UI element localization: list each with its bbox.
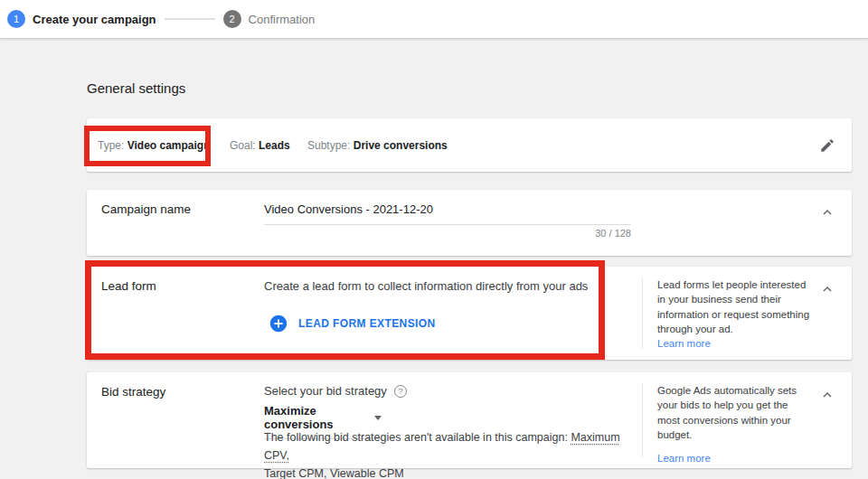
step-2-label: Confirmation xyxy=(249,13,316,26)
step-1-label: Create your campaign xyxy=(33,13,156,26)
goal-label: Goal: xyxy=(230,139,256,152)
step-create-campaign[interactable]: 1 Create your campaign xyxy=(7,10,156,28)
campaign-subtype: Subtype: Drive conversions xyxy=(307,139,448,152)
type-value: Video campaign xyxy=(127,139,211,152)
unavailable-term-viewable-cpm: Viewable CPM xyxy=(330,467,404,479)
bid-strategy-note: The following bid strategies aren't avai… xyxy=(264,428,644,479)
campaign-name-label: Campaign name xyxy=(101,202,191,216)
subtype-label: Subtype: xyxy=(307,139,350,152)
lead-form-label: Lead form xyxy=(101,279,156,293)
help-divider xyxy=(642,277,643,349)
collapse-campaign-name-button[interactable] xyxy=(816,201,839,224)
campaign-goal: Goal: Leads xyxy=(230,139,290,152)
bid-strategy-selected-value: Maximize conversions xyxy=(264,404,367,431)
dropdown-arrow-icon xyxy=(374,416,382,420)
stepper: 1 Create your campaign 2 Confirmation xyxy=(0,0,868,38)
chevron-up-icon xyxy=(819,204,835,221)
campaign-type: Type: Video campaign xyxy=(98,139,211,152)
note-prefix: The following bid strategies aren't avai… xyxy=(264,431,568,444)
bid-strategy-label: Bid strategy xyxy=(101,385,165,399)
pencil-icon xyxy=(819,137,835,154)
page-title: General settings xyxy=(87,80,185,96)
step-2-circle: 2 xyxy=(223,10,241,28)
lead-form-card: Lead form Create a lead form to collect … xyxy=(87,267,852,360)
collapse-lead-form-button[interactable] xyxy=(816,277,839,301)
lead-form-help-panel: Lead forms let people interested in your… xyxy=(657,277,813,352)
bid-strategy-learn-more-link[interactable]: Learn more xyxy=(657,451,711,465)
chevron-up-icon xyxy=(819,387,835,403)
bid-strategy-note-line-1: The following bid strategies aren't avai… xyxy=(264,428,644,465)
lead-form-extension-label: LEAD FORM EXTENSION xyxy=(298,317,436,330)
chevron-up-icon xyxy=(819,281,835,297)
campaign-name-input[interactable]: Video Conversions - 2021-12-20 xyxy=(264,202,631,225)
bid-strategy-help-text: Google Ads automatically sets your bids … xyxy=(657,385,797,440)
campaign-name-card: Campaign name Video Conversions - 2021-1… xyxy=(87,190,852,256)
campaign-name-value[interactable]: Video Conversions - 2021-12-20 xyxy=(264,202,631,225)
step-confirmation[interactable]: 2 Confirmation xyxy=(223,10,316,28)
bid-strategy-learn-more-row: Learn more xyxy=(657,451,813,465)
campaign-setup-screen: 1 Create your campaign 2 Confirmation Ge… xyxy=(0,0,868,479)
select-your-bid-strategy-text: Select your bid strategy xyxy=(264,384,387,398)
add-circle-icon xyxy=(269,314,288,333)
lead-form-learn-more-link[interactable]: Learn more xyxy=(657,336,711,351)
lead-form-help-text: Lead forms let people interested in your… xyxy=(657,279,809,334)
step-connector-line xyxy=(165,18,215,20)
bid-strategy-help-panel: Google Ads automatically sets your bids … xyxy=(657,383,813,466)
edit-button[interactable] xyxy=(816,134,839,157)
help-divider xyxy=(642,383,643,457)
bid-strategy-note-line-2: Target CPM, Viewable CPM xyxy=(264,465,644,479)
lead-form-description: Create a lead form to collect informatio… xyxy=(264,279,588,293)
lead-form-extension-button[interactable]: LEAD FORM EXTENSION xyxy=(269,314,436,333)
goal-value: Leads xyxy=(259,139,290,152)
help-icon[interactable]: ? xyxy=(394,385,407,398)
unavailable-term-target-cpm: Target CPM, xyxy=(264,467,326,479)
char-counter: 30 / 128 xyxy=(264,228,631,239)
step-1-circle: 1 xyxy=(7,10,25,28)
campaign-summary-card: Type: Video campaign Goal: Leads Subtype… xyxy=(87,118,852,172)
collapse-bid-strategy-button[interactable] xyxy=(816,383,839,407)
stepper-bar: 1 Create your campaign 2 Confirmation xyxy=(0,0,868,39)
bid-strategy-select-label: Select your bid strategy ? xyxy=(264,384,407,398)
bid-strategy-card: Bid strategy Select your bid strategy ? … xyxy=(87,372,852,468)
subtype-value: Drive conversions xyxy=(354,139,448,152)
type-label: Type: xyxy=(98,139,124,152)
